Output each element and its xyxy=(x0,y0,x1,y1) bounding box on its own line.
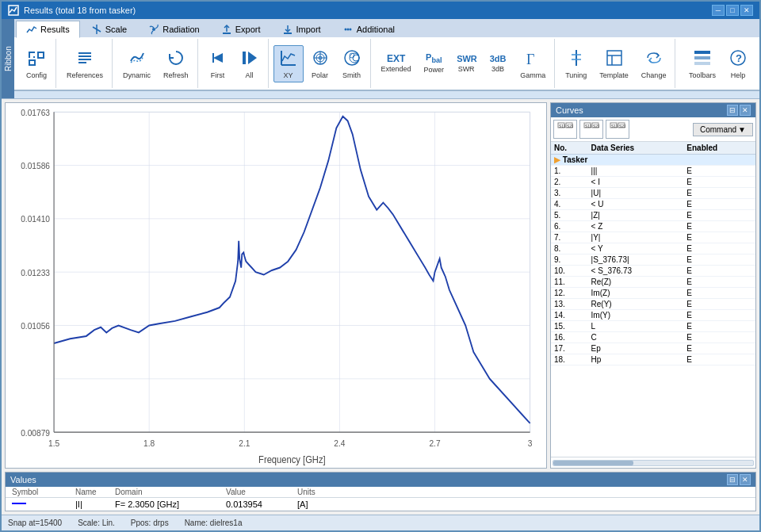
ppos-status: Ppos: drps xyxy=(131,519,169,527)
tab-import[interactable]: Import xyxy=(272,21,331,37)
curves-float-button[interactable]: ⊟ xyxy=(727,105,738,116)
table-row[interactable]: 4.< UE xyxy=(551,199,755,210)
radiation-tab-icon xyxy=(148,24,159,35)
swr-icon: SWR xyxy=(457,55,476,63)
units-col-header: Units xyxy=(297,488,345,496)
help-button[interactable]: ? Help xyxy=(723,45,753,82)
command-button[interactable]: Command ▼ xyxy=(693,123,753,136)
table-row[interactable]: 5.|Z|E xyxy=(551,210,755,221)
additional-tab-icon xyxy=(342,24,354,35)
ribbon-group-toolbars: Toolbars ? Help xyxy=(680,39,756,88)
close-button[interactable]: ✕ xyxy=(740,5,753,16)
s11-s21-button-3[interactable]: S11S21 xyxy=(606,120,629,139)
s11-s21-button-2[interactable]: S11S21 xyxy=(579,120,603,139)
app-window: Results (total 18 from tasker) ─ □ ✕ Rib… xyxy=(0,0,761,532)
table-row[interactable]: 2.< IE xyxy=(551,177,755,188)
xy-button[interactable]: XY xyxy=(273,45,304,82)
dynamic-button[interactable]: Dynamic xyxy=(117,45,156,82)
3db-button[interactable]: 3dB 3dB xyxy=(483,52,513,76)
tab-scale[interactable]: Scale xyxy=(81,21,138,37)
first-icon xyxy=(208,48,228,70)
ribbon-group-tuning: Tuning Template Change xyxy=(556,39,675,88)
extended-button[interactable]: EXT Extended xyxy=(376,51,417,76)
first-button[interactable]: First xyxy=(203,45,233,82)
values-float-button[interactable]: ⊟ xyxy=(727,474,738,485)
curves-table[interactable]: No. Data Series Enabled ▶ Tasker 1.| xyxy=(551,142,755,457)
values-column-headers: Symbol Name Domain Value Units xyxy=(6,487,755,498)
table-row[interactable]: 18.HpE xyxy=(551,354,755,366)
table-row[interactable]: 3.|U|E xyxy=(551,188,755,199)
tab-results[interactable]: Results xyxy=(16,21,80,38)
smith-button[interactable]: Smith xyxy=(337,45,367,82)
s11-s21-button-1[interactable]: S11S21 xyxy=(553,120,577,139)
tab-export[interactable]: Export xyxy=(211,21,271,37)
table-row[interactable]: 17.EpE xyxy=(551,343,755,354)
value-value: 0.013954 xyxy=(226,499,297,509)
toolbars-icon xyxy=(693,48,712,70)
curves-panel-header: Curves ⊟ ✕ xyxy=(551,103,755,117)
table-row[interactable]: 13.Re(Y)E xyxy=(551,299,755,310)
ribbon-group-chart-types: XY Polar Smith xyxy=(270,39,371,88)
table-row[interactable]: 1.|||E xyxy=(551,166,755,177)
svg-rect-47 xyxy=(694,62,710,65)
scale-status: Scale: Lin. xyxy=(78,519,115,527)
template-button[interactable]: Template xyxy=(594,45,634,82)
values-close-button[interactable]: ✕ xyxy=(740,474,751,485)
table-row[interactable]: 7.|Y|E xyxy=(551,232,755,243)
extended-icon: EXT xyxy=(387,54,406,63)
swr-button[interactable]: SWR SWR xyxy=(451,52,481,76)
table-row[interactable]: 12.Im(Z)E xyxy=(551,288,755,299)
svg-text:0.01410: 0.01410 xyxy=(21,214,50,224)
tuning-button[interactable]: Tuning xyxy=(560,45,592,82)
maximize-button[interactable]: □ xyxy=(726,5,739,16)
svg-text:3: 3 xyxy=(528,438,533,449)
refresh-button[interactable]: Refresh xyxy=(158,45,194,82)
tab-additional[interactable]: Additional xyxy=(332,21,405,37)
table-row[interactable]: 10.< S_376.73E xyxy=(551,266,755,277)
table-row[interactable]: 11.Re(Z)E xyxy=(551,277,755,288)
ribbon-side-label: Ribbon xyxy=(2,19,14,98)
name-status: Name: dielres1a xyxy=(185,519,243,527)
minimize-button[interactable]: ─ xyxy=(712,5,725,16)
tasker-group-row: ▶ Tasker xyxy=(551,155,755,166)
gamma-button[interactable]: Γ Gamma xyxy=(514,45,551,82)
config-button[interactable]: Config xyxy=(21,45,52,82)
curves-toolbar: S11S21 S11S21 S11S21 Command ▼ xyxy=(551,117,755,142)
svg-rect-26 xyxy=(243,52,246,64)
table-row[interactable]: 8.< YE xyxy=(551,243,755,255)
references-label: References xyxy=(67,71,103,79)
change-button[interactable]: Change xyxy=(636,45,672,82)
export-tab-label: Export xyxy=(235,25,261,34)
svg-text:1.8: 1.8 xyxy=(143,438,155,449)
tab-radiation[interactable]: Radiation xyxy=(138,21,209,37)
table-row[interactable]: 16.CE xyxy=(551,332,755,343)
svg-point-3 xyxy=(152,28,155,31)
svg-rect-13 xyxy=(33,56,35,58)
command-label: Command xyxy=(700,125,736,134)
table-row[interactable]: 15.LE xyxy=(551,321,755,332)
table-row[interactable]: 6.< ZE xyxy=(551,221,755,232)
curves-close-button[interactable]: ✕ xyxy=(740,105,751,116)
toolbars-button[interactable]: Toolbars xyxy=(683,45,721,82)
all-button[interactable]: All xyxy=(235,45,265,82)
svg-point-10 xyxy=(349,29,351,31)
svg-point-36 xyxy=(353,55,359,61)
table-row[interactable]: 9.|S_376.73|E xyxy=(551,255,755,266)
chart-svg: 0.01763 0.01586 0.01410 0.01233 0.01056 … xyxy=(6,103,546,468)
values-title: Values xyxy=(10,475,36,484)
table-row[interactable]: 14.Im(Y)E xyxy=(551,310,755,321)
polar-button[interactable]: Polar xyxy=(305,45,335,82)
import-tab-icon xyxy=(282,24,293,35)
name-col-header: Name xyxy=(75,488,115,496)
3db-label: 3dB xyxy=(491,65,504,73)
export-tab-icon xyxy=(221,24,232,35)
name-value: |I| xyxy=(75,499,115,509)
curves-panel: Curves ⊟ ✕ S11S21 S11S21 S11S21 Command xyxy=(550,102,756,469)
svg-text:S11: S11 xyxy=(585,124,592,128)
references-button[interactable]: References xyxy=(61,45,109,82)
curves-scrollbar[interactable] xyxy=(551,457,755,468)
svg-rect-42 xyxy=(607,51,621,65)
tuning-icon xyxy=(567,48,586,70)
power-button[interactable]: Pbal Power xyxy=(419,50,450,77)
svg-rect-45 xyxy=(694,51,710,54)
